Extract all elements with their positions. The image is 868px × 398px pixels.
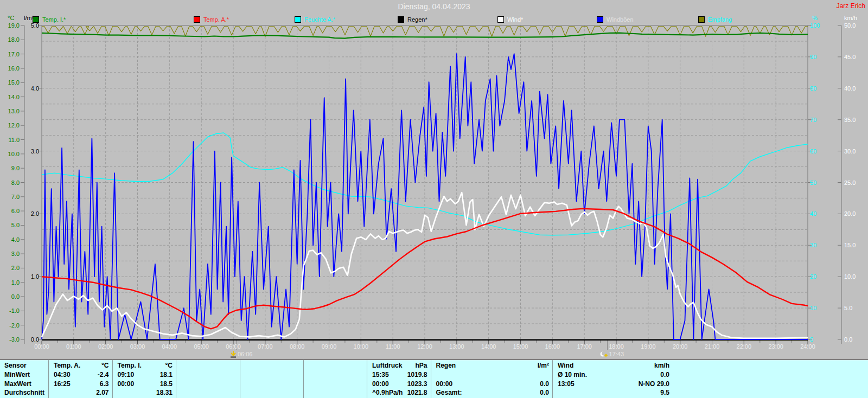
weather-station-window: Dienstag, 04.04.2023 Jarz Erich Temp. I.…	[0, 0, 868, 398]
stat-value: 9.5	[0, 389, 669, 396]
table-column-divider	[112, 360, 113, 398]
time-tick-label: 08:00	[290, 343, 305, 350]
time-tick-label: 07:00	[258, 343, 273, 350]
sunset-time: 17:43	[609, 351, 624, 357]
time-tick-label: 01:00	[66, 343, 81, 350]
time-tick-label: 09:00	[322, 343, 337, 350]
table-column-divider	[48, 360, 49, 398]
time-tick-label: 14:00	[481, 343, 496, 350]
table-header-unit: km/h	[0, 362, 669, 369]
time-tick-label: 13:00	[449, 343, 464, 350]
stat-value: N-NO 29.0	[0, 381, 669, 388]
sunset-marker: 17:43	[600, 350, 624, 358]
time-tick-label: 12:00	[417, 343, 432, 350]
table-column-divider	[367, 360, 367, 398]
table-column-divider	[552, 360, 553, 398]
time-tick-label: 06:00	[226, 343, 241, 350]
sunrise-marker: 06:06	[230, 350, 253, 358]
table-column-divider	[176, 360, 176, 398]
time-tick-label: 20:00	[673, 343, 688, 350]
table-column-divider	[303, 360, 304, 398]
sunset-icon	[600, 350, 608, 358]
time-tick-label: 00:00	[34, 343, 49, 350]
time-tick-label: 11:00	[386, 343, 400, 350]
time-tick-label: 22:00	[737, 343, 752, 350]
sunrise-time: 06:06	[238, 351, 253, 357]
time-tick-label: 23:00	[768, 343, 783, 350]
time-tick-label: 02:00	[98, 343, 113, 350]
time-tick-label: 05:00	[194, 343, 209, 350]
time-tick-label: 16:00	[545, 343, 560, 350]
axis-time: 00:0001:0002:0003:0004:0005:0006:0007:00…	[0, 0, 868, 398]
time-tick-label: 21:00	[705, 343, 720, 350]
table-column-divider	[431, 360, 431, 398]
time-tick-label: 24:00	[800, 343, 815, 350]
time-tick-label: 19:00	[641, 343, 656, 350]
time-tick-label: 04:00	[162, 343, 177, 350]
sunrise-icon	[230, 350, 237, 358]
stat-value: 0.0	[0, 371, 669, 378]
stats-table: SensorMinWertMaxWertDurchschnittTemp. A.…	[0, 360, 868, 398]
time-tick-label: 10:00	[354, 343, 369, 350]
time-tick-label: 18:00	[609, 343, 624, 350]
time-tick-label: 17:00	[577, 343, 592, 350]
table-column-divider	[240, 360, 240, 398]
time-tick-label: 03:00	[130, 343, 145, 350]
time-tick-label: 15:00	[513, 343, 528, 350]
